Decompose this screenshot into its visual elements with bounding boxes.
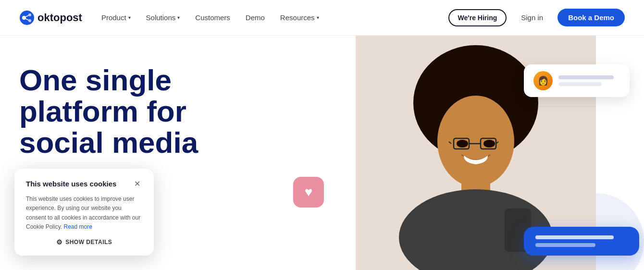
book-demo-button[interactable]: Book a Demo: [557, 9, 625, 26]
svg-point-12: [483, 140, 495, 147]
card-text-lines: [558, 75, 620, 86]
hiring-button[interactable]: We're Hiring: [448, 9, 507, 26]
nav-links: Product ▾ Solutions ▾ Customers Demo Res…: [101, 13, 319, 22]
gear-icon: ⚙: [56, 238, 63, 246]
card-line-primary: [558, 75, 614, 79]
navbar: oktopost Product ▾ Solutions ▾ Customers…: [0, 0, 644, 36]
message-bubble: [524, 227, 639, 256]
svg-point-3: [28, 19, 31, 22]
chevron-down-icon: ▾: [177, 15, 180, 20]
hero-image-area: 👩 ♥: [269, 36, 644, 270]
cookie-title: This website uses cookies: [26, 180, 116, 188]
avatar: 👩: [533, 71, 553, 90]
logo-icon: [19, 10, 35, 25]
nav-demo[interactable]: Demo: [246, 13, 265, 22]
svg-point-11: [457, 140, 468, 147]
card-line-secondary: [558, 82, 602, 86]
cookie-footer: ⚙ SHOW DETAILS: [26, 238, 142, 246]
svg-point-8: [437, 96, 514, 187]
message-line-1: [535, 235, 614, 239]
show-details-button[interactable]: ⚙ SHOW DETAILS: [56, 238, 112, 246]
cookie-header: This website uses cookies ✕: [26, 178, 142, 189]
svg-point-0: [20, 11, 34, 25]
nav-solutions[interactable]: Solutions ▾: [146, 13, 180, 22]
signin-button[interactable]: Sign in: [512, 10, 552, 25]
cookie-close-button[interactable]: ✕: [132, 178, 142, 189]
cookie-body: This website uses cookies to improve use…: [26, 195, 142, 232]
svg-point-2: [28, 13, 31, 16]
chevron-down-icon: ▾: [128, 15, 131, 20]
cookie-banner: This website uses cookies ✕ This website…: [14, 169, 154, 256]
logo-wordmark: oktopost: [37, 12, 82, 24]
hero-title: One single platform for social media: [19, 64, 198, 158]
nav-customers[interactable]: Customers: [195, 13, 230, 22]
navbar-left: oktopost Product ▾ Solutions ▾ Customers…: [19, 10, 319, 25]
message-line-2: [535, 243, 595, 247]
nav-resources[interactable]: Resources ▾: [280, 13, 319, 22]
chevron-down-icon: ▾: [317, 15, 319, 20]
nav-product[interactable]: Product ▾: [101, 13, 131, 22]
like-bubble: ♥: [293, 177, 324, 208]
avatar-emoji: 👩: [538, 75, 548, 86]
navbar-right: We're Hiring Sign in Book a Demo: [448, 9, 625, 26]
logo[interactable]: oktopost: [19, 10, 82, 25]
heart-icon: ♥: [305, 184, 313, 200]
svg-point-1: [22, 16, 26, 20]
cookie-read-more-link[interactable]: Read more: [63, 223, 92, 230]
hero-section: One single platform for social media eme…: [0, 36, 644, 270]
ui-card-user: 👩: [524, 64, 630, 97]
